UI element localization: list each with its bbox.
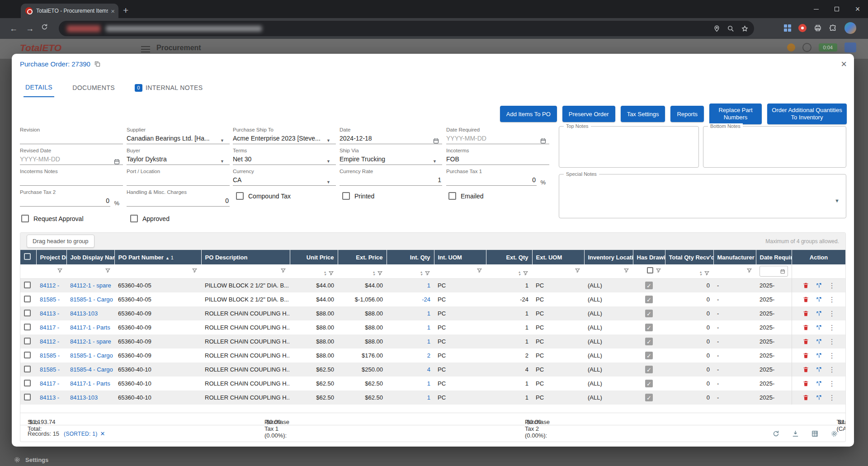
delete-icon[interactable] (802, 324, 809, 331)
split-line-icon[interactable] (816, 310, 822, 317)
special-notes-textarea[interactable]: Special Notes ▼ (559, 174, 846, 218)
row-checkbox[interactable] (24, 380, 31, 386)
cell-int-qty[interactable]: 1 (387, 320, 434, 334)
handling-misc-charges-field[interactable]: Handling & Misc. Charges 0 (127, 189, 230, 208)
col-ext-qty[interactable]: Ext. Qty (486, 250, 532, 264)
unit-price-filter[interactable]: ▴▾ (290, 264, 338, 278)
project-link[interactable]: 84117 - (36, 377, 66, 391)
more-options-icon[interactable]: ⋮ (829, 352, 835, 360)
window-minimize-button[interactable] (806, 0, 826, 18)
row-checkbox[interactable] (24, 352, 31, 358)
forward-button[interactable]: → (24, 23, 35, 34)
cell-int-qty[interactable]: 1 (387, 377, 434, 391)
reports-button[interactable]: Reports (670, 106, 704, 122)
row-checkbox[interactable] (24, 282, 31, 288)
delete-icon[interactable] (802, 296, 809, 303)
manufacturer-filter[interactable] (713, 264, 756, 278)
project-link[interactable]: 84113 - (36, 391, 66, 405)
more-options-icon[interactable]: ⋮ (829, 366, 835, 374)
bottom-notes-textarea[interactable]: Bottom Notes (703, 126, 846, 168)
split-line-icon[interactable] (816, 282, 822, 289)
more-options-icon[interactable]: ⋮ (829, 296, 835, 304)
split-line-icon[interactable] (816, 380, 822, 387)
ext-price-filter[interactable]: ▴▾ (338, 264, 387, 278)
clear-sort-icon[interactable]: ✕ (100, 430, 105, 437)
tab-internal-notes[interactable]: 0 INTERNAL NOTES (133, 79, 204, 97)
extensions-puzzle-icon[interactable] (829, 24, 837, 32)
drag-header-to-group[interactable]: Drag header to group (27, 235, 94, 248)
dropdown-caret-icon[interactable]: ▼ (326, 138, 330, 143)
ship-via-select[interactable]: Ship Via Empire Trucking ▼ (340, 148, 442, 167)
cell-int-qty[interactable]: 4 (387, 362, 434, 377)
revised-date-field[interactable]: Revised Date YYYY-MM-DD (20, 148, 123, 167)
compound-tax-checkbox[interactable]: Compound Tax (236, 192, 291, 200)
replace-part-numbers-button[interactable]: Replace Part Numbers (709, 104, 762, 124)
calendar-icon[interactable] (433, 137, 439, 144)
incoterms-notes-field[interactable]: Incoterms Notes (20, 169, 123, 188)
row-checkbox[interactable] (24, 296, 31, 302)
request-approval-checkbox[interactable]: Request Approval (21, 215, 84, 222)
col-job-display-name[interactable]: Job Display Name (66, 250, 114, 264)
row-checkbox[interactable] (24, 394, 31, 400)
profile-avatar[interactable] (844, 22, 856, 34)
purchase-ship-to-select[interactable]: Purchase Ship To Acme Enterprise 2023 [S… (233, 127, 336, 146)
cell-int-qty[interactable]: -24 (387, 292, 434, 306)
job-link[interactable]: 84113-103 (66, 306, 114, 320)
project-link[interactable]: 81585 - (36, 348, 66, 362)
project-link[interactable]: 84112 - (36, 334, 66, 348)
revision-field[interactable]: Revision (20, 127, 123, 146)
col-date-required[interactable]: Date Required (756, 250, 792, 264)
new-tab-button[interactable]: + (123, 5, 128, 16)
cell-int-qty[interactable]: 1 (387, 278, 434, 292)
more-options-icon[interactable]: ⋮ (829, 310, 835, 318)
int-uom-filter[interactable] (434, 264, 486, 278)
more-options-icon[interactable]: ⋮ (829, 394, 835, 402)
window-maximize-button[interactable] (826, 0, 847, 18)
project-link[interactable]: 81585 - (36, 362, 66, 377)
tab-documents[interactable]: DOCUMENTS (71, 79, 117, 97)
col-project[interactable]: Project Display (36, 250, 66, 264)
col-total-qty-recvd[interactable]: Total Qty Recv'd (665, 250, 713, 264)
row-checkbox[interactable] (24, 324, 31, 330)
extension-grid-icon[interactable] (784, 24, 791, 32)
col-ext-uom[interactable]: Ext. UOM (532, 250, 584, 264)
buyer-select[interactable]: Buyer Taylor Dykstra ▼ (127, 148, 230, 167)
refresh-grid-icon[interactable] (772, 430, 780, 438)
row-checkbox[interactable] (24, 366, 31, 372)
dropdown-caret-icon[interactable]: ▼ (220, 159, 224, 164)
pin-icon[interactable] (713, 25, 721, 33)
delete-icon[interactable] (802, 338, 809, 345)
bookmark-star-icon[interactable] (741, 25, 749, 33)
has-drawing-filter[interactable] (633, 264, 665, 278)
dropdown-caret-icon[interactable]: ▼ (220, 138, 224, 143)
port-location-field[interactable]: Port / Location (127, 169, 230, 188)
purchase-tax-2-field[interactable]: Purchase Tax 2 0 % (20, 189, 110, 208)
cell-int-qty[interactable]: 2 (387, 348, 434, 362)
tab-close-icon[interactable]: × (111, 7, 115, 15)
cell-int-qty[interactable]: 1 (387, 306, 434, 320)
date-required-filter[interactable] (756, 264, 792, 278)
add-items-to-po-button[interactable]: Add Items To PO (500, 106, 557, 122)
col-manufacturer[interactable]: Manufacturer (713, 250, 756, 264)
delete-icon[interactable] (802, 366, 809, 373)
back-button[interactable]: ← (8, 23, 19, 34)
close-icon[interactable]: × (841, 58, 847, 70)
calendar-icon[interactable] (113, 158, 120, 165)
col-has-drawing[interactable]: Has Drawing (633, 250, 665, 264)
copy-icon[interactable] (94, 61, 101, 67)
delete-icon[interactable] (802, 282, 809, 289)
row-checkbox[interactable] (24, 310, 31, 316)
zoom-icon[interactable] (727, 25, 735, 33)
split-line-icon[interactable] (816, 352, 822, 359)
job-link[interactable]: 81585-1 - Cargo (66, 292, 114, 306)
col-inventory-location[interactable]: Inventory Location (584, 250, 633, 264)
preserve-order-button[interactable]: Preserve Order (562, 106, 615, 122)
tax-settings-button[interactable]: Tax Settings (621, 106, 665, 122)
approved-checkbox[interactable]: Approved (130, 215, 170, 222)
row-checkbox[interactable] (24, 338, 31, 344)
project-link[interactable]: 84113 - (36, 306, 66, 320)
delete-icon[interactable] (802, 310, 809, 317)
download-icon[interactable] (792, 430, 799, 438)
col-ext-price[interactable]: Ext. Price (338, 250, 387, 264)
top-notes-textarea[interactable]: Top Notes (559, 126, 699, 168)
